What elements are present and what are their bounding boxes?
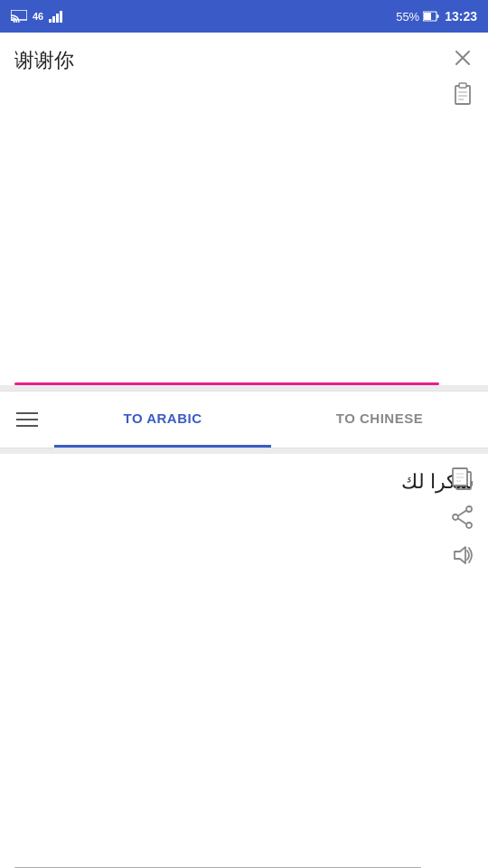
svg-rect-2 <box>52 16 55 23</box>
input-text[interactable]: 谢谢你 <box>14 47 474 375</box>
svg-rect-3 <box>56 14 59 23</box>
svg-rect-11 <box>459 83 466 88</box>
time-display: 13:23 <box>445 9 477 24</box>
tab-bar: TO ARABIC TO CHINESE <box>0 391 488 448</box>
main-content: 谢谢你 <box>0 33 488 868</box>
menu-button[interactable] <box>0 392 54 448</box>
svg-rect-6 <box>424 13 431 20</box>
close-button[interactable] <box>448 43 477 72</box>
svg-line-27 <box>458 519 466 524</box>
tab-to-arabic[interactable]: TO ARABIC <box>54 392 271 448</box>
output-section: شكرا لك <box>0 454 488 868</box>
battery-percent: 55% <box>396 10 419 24</box>
status-bar: 46 55% 13:23 <box>0 0 488 33</box>
output-actions <box>448 465 477 570</box>
signal-icon <box>49 10 63 23</box>
status-bar-left: 46 <box>11 10 63 23</box>
share-button[interactable] <box>448 503 477 532</box>
status-bar-right: 55% 13:23 <box>396 9 477 24</box>
input-actions <box>448 43 477 108</box>
tab-to-chinese[interactable]: TO CHINESE <box>271 392 488 448</box>
svg-rect-4 <box>60 11 62 23</box>
svg-rect-7 <box>437 14 439 18</box>
svg-point-24 <box>453 514 458 520</box>
svg-rect-10 <box>455 86 470 104</box>
svg-marker-28 <box>455 547 465 563</box>
network-type: 46 <box>33 11 43 22</box>
battery-icon <box>423 11 439 22</box>
output-text: شكرا لك <box>14 468 474 860</box>
clipboard-button[interactable] <box>448 80 477 108</box>
svg-point-23 <box>466 506 472 512</box>
sound-button[interactable] <box>448 541 477 570</box>
input-underline <box>14 382 439 385</box>
input-section: 谢谢你 <box>0 33 488 385</box>
svg-rect-1 <box>49 19 52 23</box>
cast-icon <box>11 10 27 23</box>
copy-button[interactable] <box>448 465 477 494</box>
svg-line-26 <box>458 511 466 516</box>
svg-point-25 <box>466 523 472 528</box>
